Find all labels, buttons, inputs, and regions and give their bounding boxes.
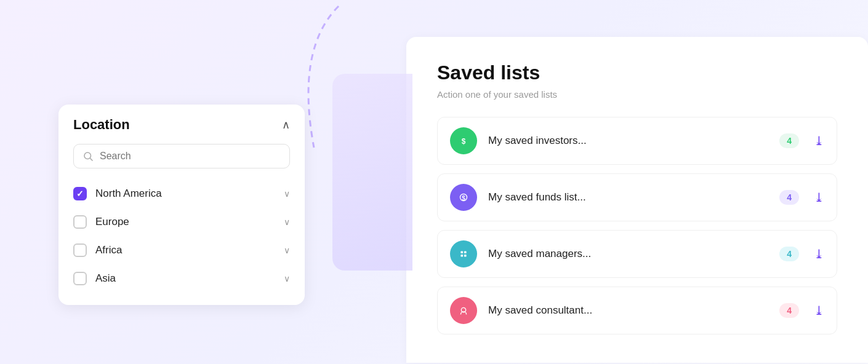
managers-icon — [450, 240, 477, 267]
funds-svg-icon: $ — [457, 191, 470, 204]
list-name-funds: My saved funds list... — [488, 191, 779, 204]
download-button-investors[interactable]: ⤓ — [814, 133, 824, 148]
search-box[interactable] — [73, 144, 290, 168]
chevron-down-icon[interactable]: ∨ — [284, 274, 290, 283]
chevron-down-icon[interactable]: ∨ — [284, 245, 290, 255]
checkbox-north-america[interactable] — [73, 187, 87, 200]
consultants-svg-icon — [457, 304, 470, 317]
list-count-managers: 4 — [779, 247, 799, 261]
list-count-consultants: 4 — [779, 303, 799, 318]
location-item-asia[interactable]: Asia ∨ — [73, 264, 290, 293]
svg-rect-8 — [460, 251, 463, 253]
saved-lists-subtitle: Action one of your saved lists — [437, 89, 837, 100]
download-button-consultants[interactable]: ⤓ — [814, 303, 824, 318]
collapse-button[interactable]: ∧ — [282, 118, 290, 132]
location-label: North America — [95, 188, 284, 200]
list-count-funds: 4 — [779, 190, 799, 205]
checkbox-europe[interactable] — [73, 215, 87, 229]
svg-rect-10 — [460, 255, 463, 257]
consultants-icon — [450, 297, 477, 324]
list-item-funds[interactable]: $ My saved funds list... 4 ⤓ — [437, 173, 837, 221]
location-label: Africa — [95, 244, 284, 256]
search-icon — [82, 151, 94, 162]
managers-svg-icon — [457, 247, 470, 261]
location-item-europe[interactable]: Europe ∨ — [73, 208, 290, 236]
panel-header: Location ∧ — [73, 117, 290, 133]
location-filter-panel: Location ∧ North America ∨ Europe ∨ Afri… — [58, 105, 305, 305]
svg-line-1 — [90, 158, 92, 160]
chevron-down-icon[interactable]: ∨ — [284, 217, 290, 227]
location-item-north-america[interactable]: North America ∨ — [73, 180, 290, 208]
list-name-consultants: My saved consultant... — [488, 304, 779, 317]
panel-title: Location — [73, 117, 130, 133]
search-input[interactable] — [100, 151, 281, 162]
saved-lists-title: Saved lists — [437, 61, 837, 84]
chevron-down-icon[interactable]: ∨ — [284, 189, 290, 199]
checkbox-asia[interactable] — [73, 272, 87, 285]
location-label: Europe — [95, 216, 284, 228]
dollar-icon: $ — [457, 134, 470, 148]
svg-point-0 — [84, 152, 91, 159]
list-name-managers: My saved managers... — [488, 248, 779, 260]
svg-rect-9 — [464, 251, 467, 253]
checkbox-africa[interactable] — [73, 243, 87, 257]
download-button-funds[interactable]: ⤓ — [814, 190, 824, 205]
investors-icon: $ — [450, 127, 477, 154]
list-count-investors: 4 — [779, 133, 799, 148]
svg-point-7 — [458, 248, 469, 259]
list-item-managers[interactable]: My saved managers... 4 ⤓ — [437, 230, 837, 278]
download-button-managers[interactable]: ⤓ — [814, 247, 824, 261]
list-name-investors: My saved investors... — [488, 135, 779, 147]
list-item-investors[interactable]: $ My saved investors... 4 ⤓ — [437, 117, 837, 165]
svg-rect-11 — [464, 255, 467, 257]
svg-point-12 — [458, 305, 469, 316]
list-item-consultants[interactable]: My saved consultant... 4 ⤓ — [437, 287, 837, 334]
funds-icon: $ — [450, 184, 477, 211]
location-item-africa[interactable]: Africa ∨ — [73, 236, 290, 264]
location-label: Asia — [95, 272, 284, 285]
saved-lists-panel: Saved lists Action one of your saved lis… — [406, 37, 868, 363]
svg-text:$: $ — [462, 137, 466, 146]
